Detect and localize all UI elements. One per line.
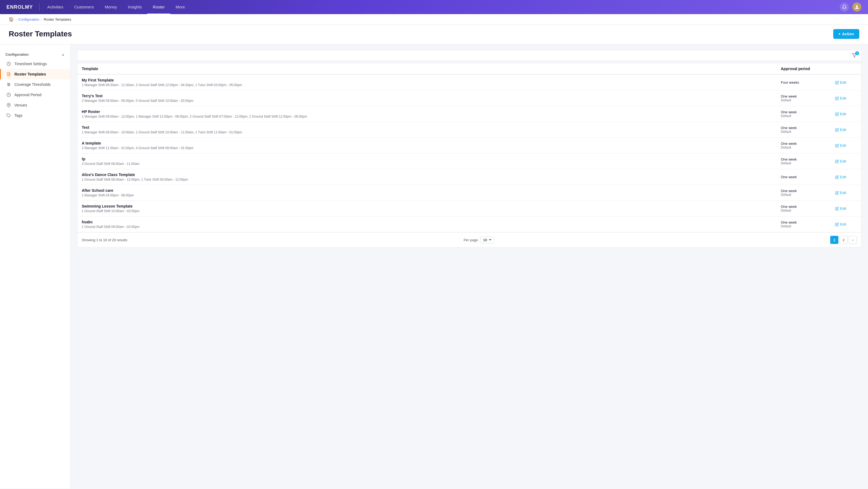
breadcrumb: 🏠 › Configuration › Roster Templates	[0, 14, 868, 25]
filter-count-badge: 0	[855, 51, 859, 55]
pagination-info: Showing 1 to 10 of 20 results	[82, 238, 127, 242]
row-period: One week	[781, 94, 835, 98]
main-content: 0 Template Approval period My First Temp…	[71, 44, 868, 488]
row-period-info: One week Default	[781, 142, 835, 149]
sidebar-item-label: Coverage Thresholds	[14, 82, 51, 87]
row-template-info: Swimming Lesson Template 1 Ground Staff …	[82, 204, 781, 213]
sidebar-item-roster-templates[interactable]: Roster Templates	[0, 69, 70, 79]
sidebar-item-label: Roster Templates	[14, 72, 46, 77]
row-period: One week	[781, 110, 835, 114]
row-template-info: A template 2 Manager Shift 11:00am - 01:…	[82, 141, 781, 150]
table-row: Terry's Test 2 Manager Shift 09:00am - 0…	[78, 90, 861, 106]
edit-button[interactable]: Edit	[835, 144, 857, 148]
page-header: Roster Templates ▾ Action	[0, 25, 868, 44]
row-template-info: My First Template 1 Manager Shift 08:30a…	[82, 78, 781, 87]
edit-button[interactable]: Edit	[835, 96, 857, 100]
navbar: ENROLMY Activities Customers Money Insig…	[0, 0, 868, 14]
table-row: After School care 1 Manager Shift 04:00p…	[78, 185, 861, 201]
table-row: tp 3 Ground Staff Shift 08:00am - 11:00a…	[78, 153, 861, 169]
sidebar-item-tags[interactable]: Tags	[0, 110, 70, 121]
edit-button[interactable]: Edit	[835, 175, 857, 179]
row-period-sub: Default	[781, 161, 835, 165]
row-name: Test	[82, 125, 781, 130]
nav-more[interactable]: More	[170, 0, 190, 14]
page-next-btn[interactable]: ›	[849, 236, 857, 244]
row-period-info: One week	[781, 175, 835, 179]
breadcrumb-config[interactable]: Configuration	[18, 18, 39, 22]
page-buttons: 1 2 ›	[830, 236, 857, 244]
page-title: Roster Templates	[9, 30, 72, 38]
row-desc: 1 Manager Shift 08:00am - 10:00am, 1 Gro…	[82, 130, 781, 134]
sidebar-collapse-icon[interactable]: ▲	[61, 52, 65, 57]
per-page-select[interactable]: 10 20 50	[480, 237, 494, 243]
nav-right	[840, 2, 862, 12]
row-name: HP Roster	[82, 110, 781, 114]
nav-activities[interactable]: Activities	[42, 0, 69, 14]
row-period-info: One week Default	[781, 94, 835, 102]
edit-button[interactable]: Edit	[835, 81, 857, 85]
nav-insights[interactable]: Insights	[123, 0, 148, 14]
edit-button[interactable]: Edit	[835, 191, 857, 195]
nav-links: Activities Customers Money Insights Rost…	[42, 0, 840, 14]
filter-button[interactable]: 0	[852, 53, 857, 58]
row-desc: 1 Manager Shift 08:30am - 11:30am, 2 Gro…	[82, 83, 781, 87]
row-period-info: One week Default	[781, 110, 835, 118]
table-header: Template Approval period	[78, 63, 861, 75]
row-name: A template	[82, 141, 781, 145]
sidebar-section-title: Configuration	[5, 53, 29, 57]
chevron-down-icon: ▾	[839, 32, 840, 36]
main-layout: Configuration ▲ Timesheet Settings Roste…	[0, 44, 868, 488]
user-avatar[interactable]	[852, 2, 862, 12]
row-desc: 2 Manager Shift 09:00am - 05:00pm, 5 Gro…	[82, 99, 781, 103]
edit-button[interactable]: Edit	[835, 159, 857, 163]
row-period-sub: Default	[781, 146, 835, 149]
templates-table: Template Approval period My First Templa…	[77, 63, 862, 247]
table-row: HP Roster 1 Manager Shift 09:00am - 12:0…	[78, 106, 861, 122]
sidebar-item-approval-period[interactable]: Approval Period	[0, 90, 70, 100]
page-btn-2[interactable]: 2	[839, 236, 848, 244]
clock-icon	[6, 61, 11, 66]
clock-outline-icon	[6, 92, 11, 97]
svg-point-11	[8, 104, 9, 105]
breadcrumb-home[interactable]: 🏠	[9, 17, 14, 22]
row-period: Four weeks	[781, 81, 835, 85]
row-desc: 3 Ground Staff Shift 08:00am - 11:00am	[82, 162, 781, 166]
edit-button[interactable]: Edit	[835, 222, 857, 226]
row-period: One week	[781, 220, 835, 224]
sidebar-item-label: Timesheet Settings	[14, 62, 47, 66]
row-period: One week	[781, 175, 835, 179]
row-period-info: One week Default	[781, 157, 835, 165]
notifications-icon[interactable]	[840, 2, 849, 12]
page-btn-1[interactable]: 1	[830, 236, 838, 244]
edit-button[interactable]: Edit	[835, 112, 857, 116]
sidebar-item-coverage-thresholds[interactable]: Coverage Thresholds	[0, 79, 70, 90]
filter-bar: 0	[77, 50, 862, 61]
brand-logo[interactable]: ENROLMY	[6, 4, 33, 10]
pagination-bar: Showing 1 to 10 of 20 results Per page 1…	[78, 232, 861, 247]
row-period-info: One week Default	[781, 205, 835, 212]
row-period-sub: Default	[781, 98, 835, 102]
table-row: Swimming Lesson Template 1 Ground Staff …	[78, 201, 861, 216]
row-period: One week	[781, 189, 835, 193]
row-name: hsabc	[82, 220, 781, 224]
sidebar-section-header: Configuration ▲	[0, 50, 70, 59]
row-period-info: Four weeks	[781, 81, 835, 85]
edit-button[interactable]: Edit	[835, 128, 857, 132]
action-button-label: Action	[842, 32, 854, 36]
svg-point-0	[856, 5, 858, 7]
action-button[interactable]: ▾ Action	[833, 29, 859, 39]
row-template-info: Alice's Dance Class Template 1 Ground St…	[82, 173, 781, 181]
document-icon	[6, 72, 11, 77]
sidebar-item-label: Tags	[14, 113, 23, 118]
row-period: One week	[781, 205, 835, 209]
nav-customers[interactable]: Customers	[69, 0, 99, 14]
edit-button[interactable]: Edit	[835, 207, 857, 211]
table-row: A template 2 Manager Shift 11:00am - 01:…	[78, 138, 861, 153]
sidebar-item-venues[interactable]: Venues	[0, 100, 70, 110]
nav-roster[interactable]: Roster	[147, 0, 170, 14]
sidebar-item-timesheet-settings[interactable]: Timesheet Settings	[0, 59, 70, 69]
nav-money[interactable]: Money	[99, 0, 123, 14]
table-row: Alice's Dance Class Template 1 Ground St…	[78, 169, 861, 185]
row-template-info: Test 1 Manager Shift 08:00am - 10:00am, …	[82, 125, 781, 134]
per-page-wrap: Per page 10 20 50	[464, 237, 494, 243]
